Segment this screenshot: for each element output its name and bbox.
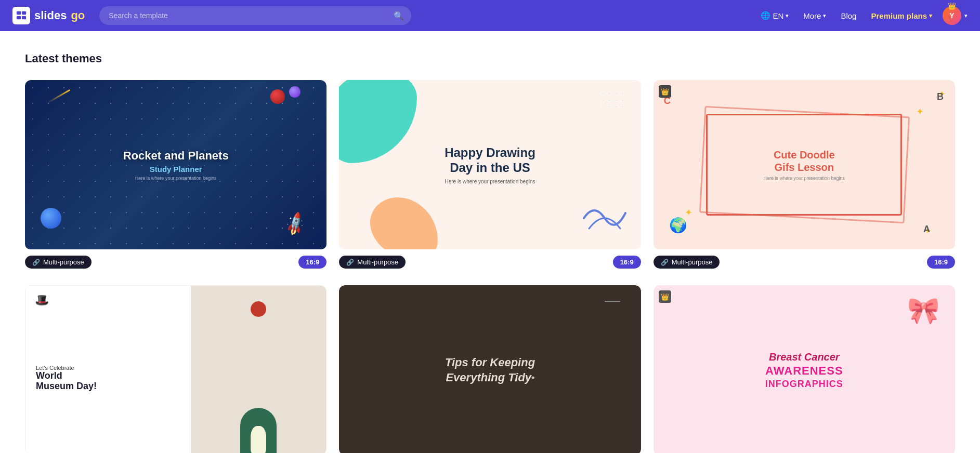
tidy-line-decoration	[605, 301, 620, 302]
theme-card-happy-drawing[interactable]: · · · ·· · · ·· · · · Happy DrawingDay i…	[339, 80, 641, 269]
card-desc-doodle: Here is where your presentation begins	[764, 176, 845, 181]
premium-chevron-icon: ▾	[929, 12, 932, 19]
themes-row-1: 🚀 Rocket and Planets Study Planner Here …	[25, 80, 955, 269]
theme-card-breast-cancer[interactable]: 👑 🎀 Breast Cancer AWARENESS INFOGRAPHICS	[654, 285, 955, 453]
museum-left-panel: 🎩 Let's Celebrate WorldMuseum Day!	[25, 286, 191, 453]
theme-thumbnail-drawing: · · · ·· · · ·· · · · Happy DrawingDay i…	[339, 80, 641, 249]
more-label: More	[803, 11, 821, 20]
card-title-rocket: Rocket and Planets	[123, 149, 229, 163]
theme-thumbnail-doodle: 👑 ✦ ✦ ✦ ✦ C 🌍 B A Cute DoodleGifs Lesson…	[654, 80, 955, 249]
card-title-doodle: Cute DoodleGifs Lesson	[764, 149, 845, 174]
dots-decoration: · · · ·· · · ·· · · ·	[603, 90, 625, 110]
theme-thumbnail-rocket: 🚀 Rocket and Planets Study Planner Here …	[25, 80, 326, 249]
theme-thumbnail-museum: 🎩 Let's Celebrate WorldMuseum Day!	[25, 285, 326, 453]
theme-meta-doodle: 🔗 Multi-purpose 16:9	[654, 256, 955, 269]
theme-card-cute-doodle[interactable]: 👑 ✦ ✦ ✦ ✦ C 🌍 B A Cute DoodleGifs Lesson…	[654, 80, 955, 269]
premium-crown-icon: 👑	[659, 85, 671, 98]
search-icon[interactable]: 🔍	[394, 11, 404, 21]
tag-badge-doodle: 🔗 Multi-purpose	[654, 256, 720, 269]
lang-label: EN	[773, 11, 783, 20]
premium-label: Premium plans	[871, 11, 927, 20]
tag-badge-rocket: 🔗 Multi-purpose	[25, 256, 92, 269]
hat-icon: 🎩	[35, 294, 49, 307]
avatar-initial: Y	[949, 11, 954, 20]
premium-crown-cancer-icon: 👑	[659, 290, 671, 303]
asterisk-decoration: *	[531, 375, 534, 383]
tag-label-drawing: Multi-purpose	[357, 258, 398, 266]
logo-icon	[12, 7, 30, 24]
logo-slides-text: slides	[34, 9, 67, 22]
search-bar: 🔍	[99, 6, 411, 25]
more-chevron-icon: ▾	[823, 12, 826, 19]
museum-vase-decoration	[251, 426, 266, 453]
tag-label-doodle: Multi-purpose	[672, 258, 713, 266]
section-title: Latest themes	[25, 52, 955, 65]
link-icon-2: 🔗	[346, 259, 354, 266]
theme-meta-rocket: 🔗 Multi-purpose 16:9	[25, 256, 326, 269]
svg-rect-0	[17, 11, 21, 15]
theme-thumbnail-tidy: Tips for KeepingEverything Tidy*	[339, 285, 641, 453]
card-title-drawing: Happy DrawingDay in the US	[445, 145, 535, 176]
tag-label-rocket: Multi-purpose	[43, 258, 84, 266]
ratio-badge-doodle: 16:9	[927, 256, 955, 269]
avatar-chevron-icon[interactable]: ▾	[964, 12, 968, 19]
svg-rect-3	[22, 16, 26, 19]
star-icon-2: ✦	[916, 106, 924, 117]
crown-badge-icon: 👑	[948, 2, 956, 10]
link-icon: 🔗	[32, 259, 40, 266]
search-input[interactable]	[99, 6, 411, 25]
cancer-title-2: AWARENESS	[765, 364, 843, 378]
globe-decoration-icon: 🌍	[669, 217, 687, 234]
lang-chevron-icon: ▾	[786, 12, 789, 19]
card-desc-drawing: Here is where your presentation begins	[445, 179, 535, 184]
theme-meta-drawing: 🔗 Multi-purpose 16:9	[339, 256, 641, 269]
main-content: Latest themes 🚀 Rocket and Planets Study…	[0, 31, 980, 453]
nav: 🌐 EN ▾ More ▾ Blog Premium plans ▾ 👑 Y ▾	[754, 6, 968, 25]
theme-thumbnail-cancer: 👑 🎀 Breast Cancer AWARENESS INFOGRAPHICS	[654, 285, 955, 453]
link-icon-3: 🔗	[661, 259, 669, 266]
theme-card-tips-tidy[interactable]: Tips for KeepingEverything Tidy*	[339, 285, 641, 453]
museum-text-world: WorldMuseum Day!	[36, 371, 180, 392]
card-title-tidy: Tips for KeepingEverything Tidy*	[429, 355, 551, 385]
theme-card-museum-day[interactable]: 🎩 Let's Celebrate WorldMuseum Day!	[25, 285, 326, 453]
avatar-area: 👑 Y ▾	[940, 6, 968, 25]
logo[interactable]: slidesgo	[12, 7, 85, 24]
blob-orange-icon	[370, 197, 438, 249]
avatar[interactable]: 👑 Y	[943, 6, 961, 25]
lang-button[interactable]: 🌐 EN ▾	[754, 7, 795, 24]
cancer-text-block: Breast Cancer AWARENESS INFOGRAPHICS	[765, 351, 843, 390]
blog-button[interactable]: Blog	[834, 7, 863, 24]
premium-button[interactable]: Premium plans ▾	[865, 7, 938, 24]
ribbon-icon: 🎀	[907, 296, 939, 326]
logo-go-text: go	[71, 9, 85, 22]
blog-label: Blog	[841, 11, 856, 20]
themes-row-2: 🎩 Let's Celebrate WorldMuseum Day! Tips …	[25, 285, 955, 453]
theme-card-rocket-planets[interactable]: 🚀 Rocket and Planets Study Planner Here …	[25, 80, 326, 269]
card-desc-rocket: Here is where your presentation begins	[135, 176, 217, 181]
globe-icon: 🌐	[761, 11, 770, 20]
cancer-title-3: INFOGRAPHICS	[765, 379, 843, 390]
ratio-badge-drawing: 16:9	[613, 256, 641, 269]
letter-a-decoration: A	[923, 224, 930, 235]
ratio-badge-rocket: 16:9	[298, 256, 326, 269]
header: slidesgo 🔍 🌐 EN ▾ More ▾ Blog Premium pl…	[0, 0, 980, 31]
museum-right-panel	[191, 286, 326, 453]
squiggle-decoration	[579, 197, 631, 239]
blob-teal-icon	[339, 80, 417, 163]
museum-circle-decoration	[251, 301, 266, 317]
more-button[interactable]: More ▾	[797, 7, 832, 24]
cancer-title-1: Breast Cancer	[769, 351, 840, 363]
letter-b-decoration: B	[937, 91, 944, 102]
tag-badge-drawing: 🔗 Multi-purpose	[339, 256, 406, 269]
svg-rect-1	[22, 11, 26, 15]
svg-rect-2	[17, 16, 21, 19]
card-subtitle-rocket: Study Planner	[150, 165, 202, 174]
